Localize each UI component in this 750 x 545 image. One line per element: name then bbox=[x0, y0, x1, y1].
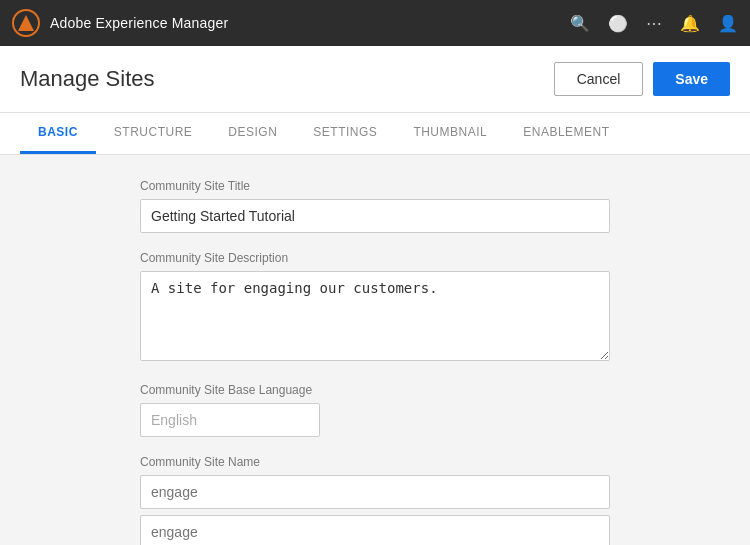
apps-icon[interactable]: ⋯ bbox=[646, 14, 662, 33]
help-icon[interactable]: ⚪ bbox=[608, 14, 628, 33]
cancel-button[interactable]: Cancel bbox=[554, 62, 644, 96]
tab-thumbnail[interactable]: THUMBNAIL bbox=[395, 113, 505, 154]
user-icon[interactable]: 👤 bbox=[718, 14, 738, 33]
nav-icons: 🔍 ⚪ ⋯ 🔔 👤 bbox=[570, 14, 738, 33]
tab-structure[interactable]: STRUCTURE bbox=[96, 113, 211, 154]
tab-enablement[interactable]: ENABLEMENT bbox=[505, 113, 627, 154]
site-name-group: Community Site Name bbox=[140, 455, 610, 545]
logo-icon bbox=[18, 15, 34, 31]
tab-bar: BASIC STRUCTURE DESIGN SETTINGS THUMBNAI… bbox=[0, 113, 750, 155]
tab-basic[interactable]: BASIC bbox=[20, 113, 96, 154]
page-title: Manage Sites bbox=[20, 66, 554, 92]
site-title-group: Community Site Title bbox=[140, 179, 610, 233]
search-icon[interactable]: 🔍 bbox=[570, 14, 590, 33]
site-title-input[interactable] bbox=[140, 199, 610, 233]
page-header: Manage Sites Cancel Save bbox=[0, 46, 750, 113]
app-logo bbox=[12, 9, 40, 37]
app-title: Adobe Experience Manager bbox=[50, 15, 228, 31]
site-url-input[interactable] bbox=[140, 515, 610, 545]
header-actions: Cancel Save bbox=[554, 62, 730, 96]
site-language-input[interactable] bbox=[140, 403, 320, 437]
site-language-group: Community Site Base Language bbox=[140, 383, 610, 437]
site-description-group: Community Site Description A site for en… bbox=[140, 251, 610, 365]
tab-settings[interactable]: SETTINGS bbox=[295, 113, 395, 154]
form-content: Community Site Title Community Site Desc… bbox=[0, 155, 750, 545]
site-name-input[interactable] bbox=[140, 475, 610, 509]
site-title-label: Community Site Title bbox=[140, 179, 610, 193]
top-navigation: Adobe Experience Manager 🔍 ⚪ ⋯ 🔔 👤 bbox=[0, 0, 750, 46]
site-language-label: Community Site Base Language bbox=[140, 383, 610, 397]
site-name-label: Community Site Name bbox=[140, 455, 610, 469]
site-description-input[interactable]: A site for engaging our customers. bbox=[140, 271, 610, 361]
tab-design[interactable]: DESIGN bbox=[210, 113, 295, 154]
bell-icon[interactable]: 🔔 bbox=[680, 14, 700, 33]
save-button[interactable]: Save bbox=[653, 62, 730, 96]
site-description-label: Community Site Description bbox=[140, 251, 610, 265]
